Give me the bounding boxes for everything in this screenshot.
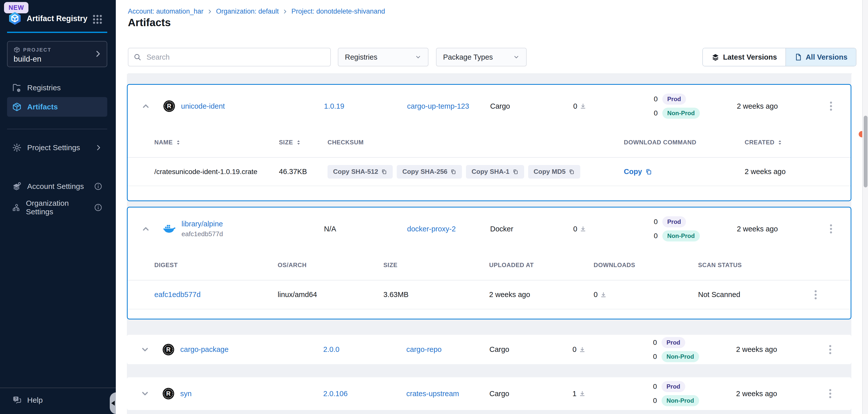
digest-uploaded-at: 2 weeks ago <box>489 290 594 299</box>
package-types-filter-label: Package Types <box>443 53 493 61</box>
sidebar-item-organization-settings[interactable]: Organization Settings <box>7 198 107 217</box>
project-selector-label: PROJECT <box>23 47 51 53</box>
sidebar-item-artifacts[interactable]: Artifacts <box>7 97 107 117</box>
download-icon <box>579 346 586 353</box>
sidebar-collapse-handle[interactable] <box>110 392 116 414</box>
sidebar-item-label: Project Settings <box>27 143 80 152</box>
artifact-row[interactable]: R unicode-ident 1.0.19 cargo-up-temp-123… <box>128 85 850 128</box>
sidebar-item-account-settings[interactable]: Account Settings <box>7 177 107 196</box>
prod-count: 0 <box>653 339 657 347</box>
artifact-created: 2 weeks ago <box>736 345 824 354</box>
prod-count: 0 <box>653 383 657 391</box>
column-header-size[interactable]: SIZE <box>279 139 328 146</box>
package-types-filter-dropdown[interactable]: Package Types <box>436 48 527 66</box>
breadcrumb-project-link[interactable]: Project: donotdelete-shivanand <box>291 7 385 15</box>
latest-versions-button[interactable]: Latest Versions <box>703 48 785 66</box>
app-title: Artifact Registry <box>27 14 87 23</box>
kebab-menu-button[interactable] <box>825 102 837 111</box>
info-icon[interactable] <box>94 204 102 211</box>
prod-count: 0 <box>654 218 658 226</box>
sidebar-item-registries[interactable]: Registries <box>7 78 107 98</box>
column-header-uploaded-at: UPLOADED AT <box>489 262 594 269</box>
artifact-name-link[interactable]: library/alpine <box>182 220 223 228</box>
download-icon <box>600 291 607 298</box>
app-grid-icon[interactable] <box>92 13 103 25</box>
registries-filter-dropdown[interactable]: Registries <box>338 48 429 66</box>
column-header-name[interactable]: NAME <box>154 139 279 146</box>
kebab-menu-button[interactable] <box>824 389 836 398</box>
artifact-created: 2 weeks ago <box>736 390 824 398</box>
artifact-row-syn[interactable]: R syn 2.0.106 crates-upstream Cargo 1 0 … <box>127 377 851 410</box>
all-versions-button[interactable]: All Versions <box>785 48 856 66</box>
column-header-created[interactable]: CREATED <box>745 139 841 146</box>
docker-table-header: DIGEST OS/ARCH SIZE UPLOADED AT DOWNLOAD… <box>128 250 850 280</box>
collapse-toggle[interactable] <box>138 225 163 233</box>
chevron-down-icon <box>415 54 422 60</box>
scrollbar-track[interactable] <box>862 0 868 414</box>
sidebar-item-project-settings[interactable]: Project Settings <box>7 138 107 158</box>
versions-toggle-group: Latest Versions All Versions <box>702 48 857 66</box>
sidebar-item-label: Artifacts <box>27 103 58 111</box>
kebab-menu-button[interactable] <box>824 345 836 354</box>
copy-icon <box>645 168 652 175</box>
info-icon[interactable] <box>94 182 102 191</box>
breadcrumb-separator-icon <box>207 9 213 14</box>
collapse-toggle[interactable] <box>138 102 163 111</box>
file-row: /cratesunicode-ident-1.0.19.crate 46.37K… <box>128 158 850 186</box>
search-icon <box>133 53 142 61</box>
artifact-row[interactable]: library/alpine eafc1edb577d N/A docker-p… <box>128 207 850 250</box>
artifact-name-link[interactable]: unicode-ident <box>181 102 225 110</box>
digest-link[interactable]: eafc1edb577d <box>154 290 278 299</box>
artifact-name-link[interactable]: cargo-package <box>180 345 228 354</box>
digest-row: eafc1edb577d linux/amd64 3.63MB 2 weeks … <box>128 280 850 309</box>
artifact-registry-link[interactable]: docker-proxy-2 <box>407 225 490 233</box>
artifact-package-type: Cargo <box>490 102 573 110</box>
copy-sha1-button[interactable]: Copy SHA-1 <box>466 165 524 179</box>
kebab-menu-button[interactable] <box>810 290 822 299</box>
files-table-header: NAME SIZE CHECKSUM DOWNLOAD COMMAND CREA… <box>128 128 850 158</box>
breadcrumb-account-link[interactable]: Account: automation_har <box>128 7 204 15</box>
search-input[interactable] <box>142 48 330 66</box>
project-selector[interactable]: PROJECT build-en <box>7 41 107 67</box>
artifacts-icon <box>12 102 22 112</box>
nonprod-badge: Non-Prod <box>662 108 700 119</box>
sidebar-item-help[interactable]: ? Help <box>7 390 107 410</box>
artifact-registry-link[interactable]: crates-upstream <box>406 390 489 398</box>
file-size: 46.37KB <box>279 168 328 176</box>
copy-download-command-button[interactable]: Copy <box>624 168 745 176</box>
svg-text:R: R <box>167 103 171 109</box>
artifact-version-link[interactable]: 2.0.106 <box>323 390 406 398</box>
kebab-menu-button[interactable] <box>825 225 837 233</box>
file-icon <box>795 53 802 61</box>
expand-toggle[interactable] <box>137 389 162 398</box>
all-versions-label: All Versions <box>806 53 847 61</box>
artifact-registry-link[interactable]: cargo-repo <box>406 345 489 354</box>
artifact-downloads-count: 0 <box>573 102 577 110</box>
nonprod-count: 0 <box>653 396 657 405</box>
copy-sha256-button[interactable]: Copy SHA-256 <box>397 165 462 179</box>
layers-icon <box>711 53 719 61</box>
artifact-downloads-count: 0 <box>573 225 577 233</box>
copy-md5-button[interactable]: Copy MD5 <box>528 165 580 179</box>
artifact-registry-link[interactable]: cargo-up-temp-123 <box>407 102 490 110</box>
column-header-size: SIZE <box>383 262 489 269</box>
cargo-package-icon: R <box>162 387 175 400</box>
artifact-package-type: Docker <box>490 225 573 233</box>
artifact-version-link[interactable]: 2.0.0 <box>323 345 406 354</box>
sidebar-accent-bar <box>7 32 107 33</box>
artifact-name-link[interactable]: syn <box>180 390 192 398</box>
account-settings-icon <box>12 182 22 191</box>
sidebar-item-label: Account Settings <box>27 182 84 191</box>
sidebar-divider <box>7 129 107 129</box>
artifact-version-link[interactable]: 1.0.19 <box>324 102 407 110</box>
column-header-scan-status: SCAN STATUS <box>698 262 810 269</box>
expand-toggle[interactable] <box>137 345 162 354</box>
sidebar-item-label: Registries <box>27 83 61 92</box>
artifact-package-type: Cargo <box>489 390 572 398</box>
breadcrumb-organization-link[interactable]: Organization: default <box>216 7 279 15</box>
copy-sha512-button[interactable]: Copy SHA-512 <box>328 165 393 179</box>
scrollbar-thumb[interactable] <box>864 116 868 187</box>
artifact-row-cargo-package[interactable]: R cargo-package 2.0.0 cargo-repo Cargo 0… <box>127 335 851 364</box>
artifact-card-unicode-ident: R unicode-ident 1.0.19 cargo-up-temp-123… <box>127 84 851 201</box>
digest-scan-status: Not Scanned <box>698 290 810 299</box>
